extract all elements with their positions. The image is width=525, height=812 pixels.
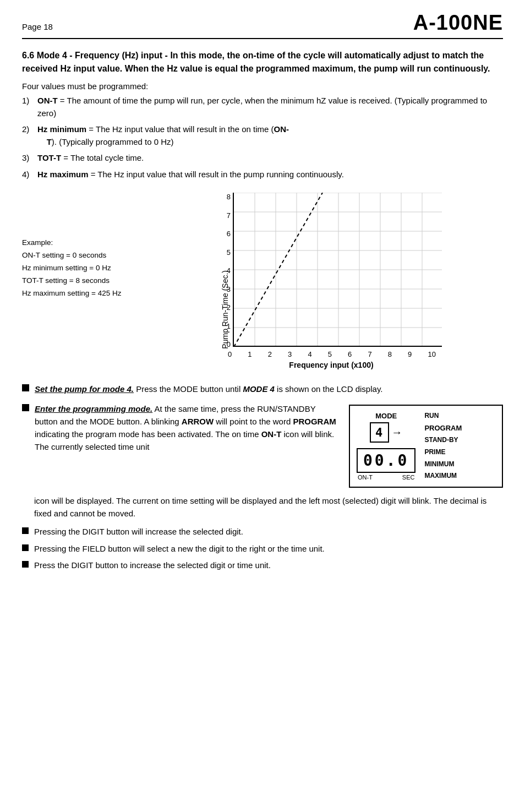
list-content-1: ON-T = The amount of time the pump will …	[37, 95, 503, 119]
mode-label: MODE	[375, 412, 397, 420]
ont-bold: ON-T	[261, 429, 282, 439]
example-line-4: Hz maximum setting = 425 Hz	[22, 287, 149, 300]
small-bullet-2: Pressing the FIELD button will select a …	[22, 542, 503, 555]
list-item-1: 1) ON-T = The amount of time the pump wi…	[22, 95, 503, 119]
device-right-labels: RUN PROGRAM STAND-BY PRIME MINIMUM MAXIM…	[424, 410, 462, 482]
four-values-text: Four values must be programmed:	[22, 80, 503, 92]
mode4-bold: MODE 4	[243, 384, 275, 394]
section-intro: -	[165, 51, 171, 60]
chart-section: Example: ON-T setting = 0 seconds Hz min…	[22, 193, 503, 369]
bullet-enter-programming: Enter the programming mode. At the same …	[22, 402, 338, 454]
list-num-1: 1)	[22, 95, 37, 119]
device-left: MODE 4 → 00.0 ON-T SEC	[357, 412, 415, 481]
small-bullet-text-3: Press the DIGIT button to increase the s…	[34, 559, 271, 571]
device-text: Enter the programming mode. At the same …	[22, 402, 349, 457]
arrow-icon: →	[391, 426, 402, 439]
small-bullet-sq-1	[22, 527, 29, 534]
example-label: Example:	[22, 237, 149, 249]
bullet-set-pump: Set the pump for mode 4. Press the MODE …	[22, 383, 503, 395]
small-bullet-1: Pressing the DIGIT button will increase …	[22, 525, 503, 538]
sec-label: SEC	[402, 474, 415, 481]
bullet-content-enter: Enter the programming mode. At the same …	[35, 402, 338, 454]
arrow-bold: ARROW	[182, 417, 214, 426]
list-num-3: 3)	[22, 152, 37, 165]
label-prime: PRIME	[424, 446, 462, 459]
label-standby: STAND-BY	[424, 434, 462, 446]
example-line-1: ON-T setting = 0 seconds	[22, 249, 149, 262]
ont-sec-labels: ON-T SEC	[357, 474, 415, 481]
set-pump-italic: Set the pump for mode 4.	[35, 384, 134, 394]
x-axis-labels: 0 1 2 3 4 5 6 7 8 9 10	[227, 350, 436, 358]
list-num-4: 4)	[22, 168, 37, 181]
continued-text: icon will be displayed. The current on t…	[34, 494, 503, 520]
document-title: A-100NE	[413, 11, 503, 35]
section-number: 6.6 Mode 4 - Frequency (Hz) input	[22, 51, 162, 60]
chart-example: Example: ON-T setting = 0 seconds Hz min…	[22, 193, 149, 300]
page-header: Page 18 A-100NE	[22, 11, 503, 39]
label-program: PROGRAM	[424, 422, 462, 434]
bullet-square-2	[22, 404, 29, 411]
display-value: 00.0	[357, 448, 415, 473]
label-maximum: MAXIMUM	[424, 470, 462, 482]
program-bold: PROGRAM	[293, 417, 336, 426]
small-bullet-sq-2	[22, 544, 29, 551]
small-bullet-3: Press the DIGIT button to increase the s…	[22, 559, 503, 571]
list-num-2: 2)	[22, 123, 37, 148]
label-minimum: MINIMUM	[424, 459, 462, 471]
device-section: Enter the programming mode. At the same …	[22, 402, 503, 488]
ont-label: ON-T	[358, 474, 373, 481]
small-bullet-sq-3	[22, 561, 29, 568]
bullet-square-1	[22, 384, 29, 391]
mode-value: 4	[370, 422, 389, 443]
y-ticks: 0 1 2 3 4 5 6 7 8	[217, 193, 231, 348]
small-bullet-text-1: Pressing the DIGIT button will increase …	[34, 525, 243, 538]
list-item-4: 4) Hz maximum = The Hz input value that …	[22, 168, 503, 181]
list-content-4: Hz maximum = The Hz input value that wil…	[37, 168, 503, 181]
section-heading: 6.6 Mode 4 - Frequency (Hz) input - In t…	[22, 49, 503, 75]
list-item-2: 2) Hz minimum = The Hz input value that …	[22, 123, 503, 148]
enter-programming-italic: Enter the programming mode.	[35, 404, 152, 413]
example-line-3: TOT-T setting = 8 seconds	[22, 275, 149, 287]
chart-svg	[233, 193, 442, 347]
list-item-3: 3) TOT-T = The total cycle time.	[22, 152, 503, 165]
bullet-content-set-pump: Set the pump for mode 4. Press the MODE …	[35, 383, 503, 395]
chart-wrapper: Pump Run-Time (Sec.) 0 1 2 3 4 5 6 7 8	[160, 193, 503, 369]
label-run: RUN	[424, 410, 462, 422]
page-number: Page 18	[22, 22, 53, 31]
chart-inner: Pump Run-Time (Sec.) 0 1 2 3 4 5 6 7 8	[221, 193, 442, 348]
bullets-section: Set the pump for mode 4. Press the MODE …	[22, 383, 503, 571]
list-content-3: TOT-T = The total cycle time.	[37, 152, 503, 165]
device-diagram: MODE 4 → 00.0 ON-T SEC RUN PROGRAM	[349, 405, 503, 488]
x-axis-title: Frequency input (x100)	[289, 361, 373, 369]
small-bullet-text-2: Pressing the FIELD button will select a …	[34, 542, 325, 555]
list-content-2: Hz minimum = The Hz input value that wil…	[37, 123, 503, 148]
example-line-2: Hz minimum setting = 0 Hz	[22, 262, 149, 275]
